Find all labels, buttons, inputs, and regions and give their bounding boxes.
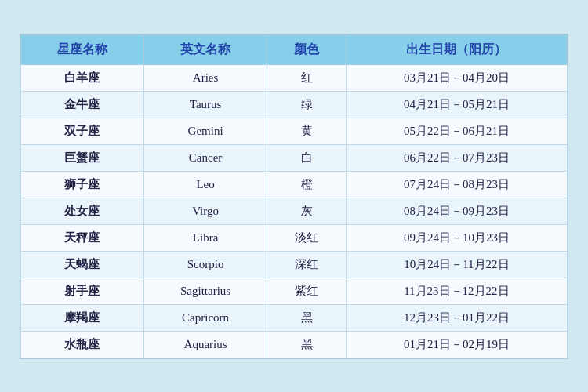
cell-chinese-name: 天秤座 [21,224,144,251]
cell-chinese-name: 射手座 [21,278,144,304]
table-row: 白羊座Aries红03月21日－04月20日 [21,64,568,91]
cell-chinese-name: 白羊座 [21,64,144,91]
cell-dates: 04月21日－05月21日 [346,91,567,118]
cell-english-name: Aquarius [143,331,267,358]
cell-color: 白 [267,144,347,171]
cell-english-name: Gemini [143,118,267,144]
cell-dates: 11月23日－12月22日 [346,278,567,304]
cell-chinese-name: 狮子座 [21,171,144,198]
cell-english-name: Virgo [143,198,267,224]
cell-dates: 01月21日－02月19日 [346,331,567,358]
cell-color: 紫红 [267,278,347,304]
header-english-name: 英文名称 [143,34,267,64]
header-color: 颜色 [267,34,347,64]
table-row: 摩羯座Capricorn黑12月23日－01月22日 [21,304,568,331]
cell-english-name: Scorpio [143,251,267,278]
zodiac-table-container: 星座名称 英文名称 颜色 出生日期（阳历） 白羊座Aries红03月21日－04… [20,34,568,359]
table-row: 天秤座Libra淡红09月24日－10月23日 [21,224,568,251]
cell-dates: 12月23日－01月22日 [346,304,567,331]
header-dates: 出生日期（阳历） [346,34,567,64]
cell-dates: 07月24日－08月23日 [346,171,567,198]
cell-color: 红 [267,64,347,91]
table-row: 天蝎座Scorpio深红10月24日－11月22日 [21,251,568,278]
cell-dates: 03月21日－04月20日 [346,64,567,91]
cell-color: 灰 [267,198,347,224]
cell-english-name: Sagittarius [143,278,267,304]
cell-color: 黄 [267,118,347,144]
cell-dates: 05月22日－06月21日 [346,118,567,144]
table-header-row: 星座名称 英文名称 颜色 出生日期（阳历） [21,34,568,64]
zodiac-table: 星座名称 英文名称 颜色 出生日期（阳历） 白羊座Aries红03月21日－04… [20,34,568,358]
cell-chinese-name: 水瓶座 [21,331,144,358]
cell-color: 黑 [267,331,347,358]
cell-english-name: Aries [143,64,267,91]
cell-color: 淡红 [267,224,347,251]
cell-dates: 10月24日－11月22日 [346,251,567,278]
cell-chinese-name: 巨蟹座 [21,144,144,171]
cell-dates: 06月22日－07月23日 [346,144,567,171]
header-chinese-name: 星座名称 [21,34,144,64]
cell-english-name: Capricorn [143,304,267,331]
cell-color: 绿 [267,91,347,118]
cell-english-name: Libra [143,224,267,251]
cell-color: 橙 [267,171,347,198]
cell-chinese-name: 摩羯座 [21,304,144,331]
cell-english-name: Leo [143,171,267,198]
cell-color: 黑 [267,304,347,331]
table-row: 狮子座Leo橙07月24日－08月23日 [21,171,568,198]
cell-chinese-name: 双子座 [21,118,144,144]
table-row: 金牛座Taurus绿04月21日－05月21日 [21,91,568,118]
table-row: 双子座Gemini黄05月22日－06月21日 [21,118,568,144]
table-row: 水瓶座Aquarius黑01月21日－02月19日 [21,331,568,358]
cell-chinese-name: 金牛座 [21,91,144,118]
table-row: 巨蟹座Cancer白06月22日－07月23日 [21,144,568,171]
cell-english-name: Taurus [143,91,267,118]
cell-chinese-name: 处女座 [21,198,144,224]
table-body: 白羊座Aries红03月21日－04月20日金牛座Taurus绿04月21日－0… [21,64,568,358]
cell-english-name: Cancer [143,144,267,171]
cell-color: 深红 [267,251,347,278]
cell-chinese-name: 天蝎座 [21,251,144,278]
cell-dates: 09月24日－10月23日 [346,224,567,251]
table-row: 射手座Sagittarius紫红11月23日－12月22日 [21,278,568,304]
cell-dates: 08月24日－09月23日 [346,198,567,224]
table-row: 处女座Virgo灰08月24日－09月23日 [21,198,568,224]
